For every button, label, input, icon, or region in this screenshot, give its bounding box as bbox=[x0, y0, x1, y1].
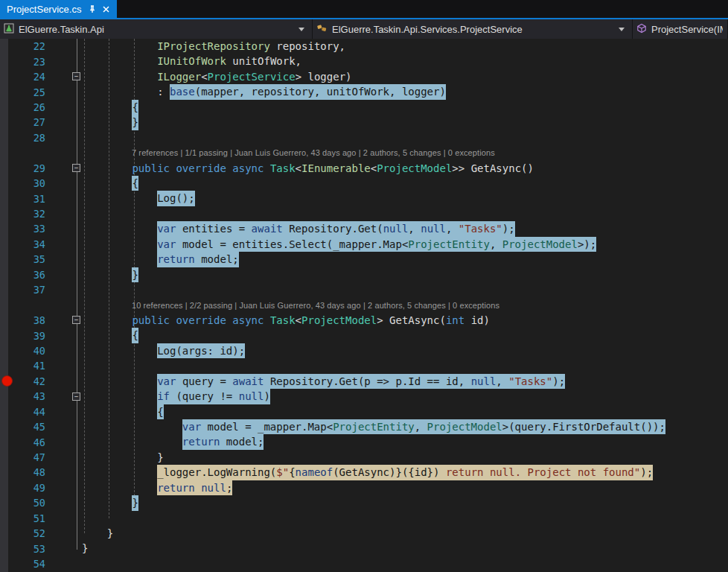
project-dropdown[interactable]: ElGuerre.Taskin.Api bbox=[0, 19, 313, 39]
code-line[interactable]: Log(); bbox=[82, 191, 728, 206]
glyph-margin-cell[interactable] bbox=[0, 206, 8, 221]
line-number[interactable]: 33 bbox=[8, 223, 56, 235]
code-line[interactable] bbox=[82, 358, 728, 373]
line-number[interactable]: 41 bbox=[8, 360, 56, 372]
type-dropdown[interactable]: ElGuerre.Taskin.Api.Services.ProjectServ… bbox=[313, 19, 633, 39]
line-number[interactable]: 39 bbox=[8, 330, 56, 342]
line-number[interactable]: 53 bbox=[8, 543, 56, 555]
line-number[interactable]: 35 bbox=[8, 253, 56, 265]
glyph-margin-cell[interactable] bbox=[0, 69, 8, 84]
line-number[interactable]: 26 bbox=[8, 101, 56, 113]
line-number[interactable]: 52 bbox=[8, 527, 56, 539]
glyph-margin-cell[interactable] bbox=[0, 404, 8, 419]
pin-icon[interactable] bbox=[88, 5, 96, 13]
line-number[interactable]: 50 bbox=[8, 497, 56, 509]
glyph-margin-cell[interactable] bbox=[0, 252, 8, 267]
line-number[interactable]: 46 bbox=[8, 436, 56, 448]
glyph-margin-cell[interactable] bbox=[0, 358, 8, 373]
line-number[interactable]: 49 bbox=[8, 482, 56, 494]
glyph-margin-cell[interactable] bbox=[0, 297, 8, 312]
line-number[interactable]: 34 bbox=[8, 238, 56, 250]
glyph-margin-cell[interactable] bbox=[0, 267, 8, 282]
glyph-margin-cell[interactable] bbox=[0, 343, 8, 358]
collapse-toggle[interactable]: − bbox=[72, 72, 80, 80]
glyph-margin-cell[interactable] bbox=[0, 480, 8, 495]
line-number[interactable]: 22 bbox=[8, 40, 56, 52]
line-number[interactable]: 24 bbox=[8, 71, 56, 83]
glyph-margin-cell[interactable] bbox=[0, 237, 8, 252]
code-line[interactable]: public override async Task<ProjectModel>… bbox=[82, 313, 728, 328]
code-line[interactable]: return model; bbox=[82, 252, 728, 267]
glyph-margin-cell[interactable] bbox=[0, 54, 8, 69]
code-line[interactable] bbox=[82, 511, 728, 526]
line-number[interactable]: 30 bbox=[8, 177, 56, 189]
glyph-margin-cell[interactable] bbox=[0, 130, 8, 145]
collapse-toggle[interactable]: − bbox=[72, 393, 80, 401]
code-line[interactable]: var model = entities.Select(_mapper.Map<… bbox=[82, 237, 728, 252]
code-line[interactable]: } bbox=[82, 541, 728, 556]
code-line[interactable]: var entities = await Repository.Get(null… bbox=[82, 221, 728, 236]
code-line[interactable]: ILogger<ProjectService> logger) bbox=[82, 69, 728, 84]
glyph-margin-cell[interactable] bbox=[0, 84, 8, 99]
line-number[interactable]: 29 bbox=[8, 162, 56, 174]
glyph-margin-cell[interactable] bbox=[0, 450, 8, 465]
line-number[interactable]: 28 bbox=[8, 132, 56, 144]
collapse-toggle[interactable]: − bbox=[72, 316, 80, 324]
glyph-margin-cell[interactable] bbox=[0, 39, 8, 54]
codelens-annotation[interactable]: 7 references | 1/1 passing | Juan Luis G… bbox=[82, 148, 728, 157]
member-dropdown[interactable]: ProjectService(IMa bbox=[633, 19, 728, 39]
line-number[interactable]: 40 bbox=[8, 345, 56, 357]
line-number[interactable]: 48 bbox=[8, 466, 56, 478]
line-number[interactable]: 25 bbox=[8, 86, 56, 98]
line-number[interactable]: 54 bbox=[8, 558, 56, 570]
glyph-margin-cell[interactable] bbox=[0, 419, 8, 434]
glyph-margin-cell[interactable] bbox=[0, 191, 8, 206]
code-line[interactable]: } bbox=[82, 526, 728, 541]
glyph-margin-cell[interactable] bbox=[0, 511, 8, 526]
code-line[interactable] bbox=[82, 282, 728, 297]
code-line[interactable]: var query = await Repository.Get(p => p.… bbox=[82, 374, 728, 389]
glyph-margin-cell[interactable] bbox=[0, 161, 8, 176]
code-line[interactable]: public override async Task<IEnumerable<P… bbox=[82, 161, 728, 176]
line-number[interactable]: 44 bbox=[8, 406, 56, 418]
glyph-margin-cell[interactable] bbox=[0, 374, 8, 389]
code-line[interactable]: { bbox=[82, 404, 728, 419]
tab-projectservice[interactable]: ProjectService.cs bbox=[0, 0, 117, 18]
line-number[interactable]: 36 bbox=[8, 269, 56, 281]
code-line[interactable] bbox=[82, 556, 728, 571]
close-icon[interactable] bbox=[103, 6, 109, 13]
code-line[interactable]: IUnitOfWork unitOfWork, bbox=[82, 54, 728, 69]
glyph-margin-cell[interactable] bbox=[0, 541, 8, 556]
codelens-annotation[interactable]: 10 references | 2/2 passing | Juan Luis … bbox=[82, 301, 728, 310]
line-number[interactable]: 45 bbox=[8, 421, 56, 433]
code-line[interactable] bbox=[82, 130, 728, 145]
code-line[interactable]: } bbox=[82, 115, 728, 130]
glyph-margin-cell[interactable] bbox=[0, 465, 8, 480]
line-number[interactable]: 32 bbox=[8, 208, 56, 220]
code-line[interactable]: : base(mapper, repository, unitOfWork, l… bbox=[82, 84, 728, 99]
line-number[interactable]: 27 bbox=[8, 116, 56, 128]
code-line[interactable]: return null; bbox=[82, 480, 728, 495]
code-line[interactable]: if (query != null) bbox=[82, 389, 728, 404]
code-line[interactable]: } bbox=[82, 267, 728, 282]
glyph-margin-cell[interactable] bbox=[0, 145, 8, 160]
code-editor[interactable]: 22 IProjectRepository repository,23 IUni… bbox=[0, 39, 728, 572]
glyph-margin-cell[interactable] bbox=[0, 495, 8, 510]
line-number[interactable]: 43 bbox=[8, 390, 56, 402]
line-number[interactable]: 38 bbox=[8, 314, 56, 326]
code-line[interactable]: { bbox=[82, 328, 728, 343]
line-number[interactable]: 47 bbox=[8, 451, 56, 463]
collapse-toggle[interactable]: − bbox=[72, 164, 80, 172]
glyph-margin-cell[interactable] bbox=[0, 221, 8, 236]
glyph-margin-cell[interactable] bbox=[0, 389, 8, 404]
code-line[interactable]: return model; bbox=[82, 434, 728, 449]
line-number[interactable]: 31 bbox=[8, 193, 56, 205]
code-line[interactable]: { bbox=[82, 176, 728, 191]
glyph-margin-cell[interactable] bbox=[0, 176, 8, 191]
code-line[interactable]: } bbox=[82, 450, 728, 465]
glyph-margin-cell[interactable] bbox=[0, 282, 8, 297]
code-line[interactable]: IProjectRepository repository, bbox=[82, 39, 728, 54]
glyph-margin-cell[interactable] bbox=[0, 434, 8, 449]
code-line[interactable]: { bbox=[82, 100, 728, 115]
line-number[interactable]: 37 bbox=[8, 284, 56, 296]
